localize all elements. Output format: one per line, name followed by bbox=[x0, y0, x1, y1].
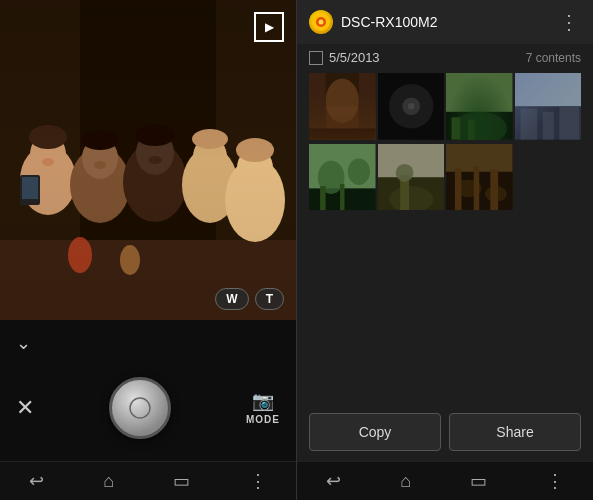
photo-thumbnail-7[interactable] bbox=[446, 144, 513, 211]
photo-thumbnail-1[interactable] bbox=[309, 73, 376, 140]
svg-rect-47 bbox=[515, 73, 582, 140]
svg-rect-43 bbox=[446, 73, 513, 112]
svg-rect-52 bbox=[559, 106, 579, 139]
svg-point-57 bbox=[348, 158, 370, 185]
home-button-right[interactable]: ⌂ bbox=[400, 471, 411, 492]
photo-thumbnail-5[interactable] bbox=[309, 144, 376, 211]
shutter-button[interactable] bbox=[109, 377, 171, 439]
share-button[interactable]: Share bbox=[449, 413, 581, 451]
camera-controls: ⌄ ✕ 📷 MODE bbox=[0, 320, 296, 461]
date-label: 5/5/2013 bbox=[329, 50, 380, 65]
recents-button-left[interactable]: ▭ bbox=[173, 470, 190, 492]
copy-button[interactable]: Copy bbox=[309, 413, 441, 451]
svg-rect-58 bbox=[320, 186, 326, 210]
svg-rect-48 bbox=[515, 106, 582, 139]
menu-button-left[interactable]: ⋮ bbox=[249, 470, 267, 492]
photo-thumbnail-3[interactable] bbox=[446, 73, 513, 140]
mode-container[interactable]: 📷 MODE bbox=[246, 390, 280, 425]
svg-rect-36 bbox=[309, 128, 376, 139]
shutter-inner-icon bbox=[126, 394, 154, 422]
w-button[interactable]: W bbox=[215, 288, 248, 310]
svg-rect-71 bbox=[455, 168, 462, 210]
svg-point-35 bbox=[326, 79, 359, 123]
left-panel: ▶ W T ⌄ ✕ 📷 MODE ↩ ⌂ ▭ ⋮ bbox=[0, 0, 296, 500]
photo-svg bbox=[0, 0, 296, 320]
svg-point-44 bbox=[452, 112, 507, 140]
svg-rect-33 bbox=[359, 73, 376, 140]
camera-mode-icon: 📷 bbox=[252, 390, 274, 412]
svg-rect-51 bbox=[542, 112, 553, 140]
contents-count: 7 contents bbox=[526, 51, 581, 65]
svg-rect-42 bbox=[446, 112, 513, 140]
main-controls-row: ✕ 📷 MODE bbox=[16, 362, 280, 453]
more-options-icon[interactable]: ⋮ bbox=[559, 10, 581, 34]
viewfinder: ▶ W T bbox=[0, 0, 296, 320]
svg-rect-72 bbox=[474, 166, 480, 210]
tools-icon[interactable]: ✕ bbox=[16, 395, 34, 421]
svg-rect-31 bbox=[309, 73, 376, 140]
photo-grid-row1 bbox=[297, 71, 593, 142]
play-icon: ▶ bbox=[265, 20, 274, 34]
svg-rect-45 bbox=[452, 117, 461, 139]
mode-label: MODE bbox=[246, 414, 280, 425]
back-button-right[interactable]: ↩ bbox=[326, 470, 341, 492]
device-name-label: DSC-RX100M2 bbox=[341, 14, 437, 30]
svg-rect-73 bbox=[490, 169, 498, 210]
date-row: 5/5/2013 7 contents bbox=[297, 44, 593, 71]
spacer bbox=[297, 210, 593, 403]
device-info: DSC-RX100M2 bbox=[309, 10, 437, 34]
right-panel: DSC-RX100M2 ⋮ 5/5/2013 7 contents bbox=[297, 0, 593, 500]
svg-rect-34 bbox=[326, 106, 359, 139]
photo-preview bbox=[0, 0, 296, 320]
t-button[interactable]: T bbox=[255, 288, 284, 310]
date-checkbox[interactable] bbox=[309, 51, 323, 65]
svg-point-27 bbox=[130, 398, 150, 418]
svg-point-40 bbox=[407, 103, 414, 110]
wt-controls: W T bbox=[215, 288, 284, 310]
svg-rect-46 bbox=[468, 120, 475, 140]
svg-point-30 bbox=[319, 20, 324, 25]
svg-rect-32 bbox=[309, 73, 326, 140]
action-buttons: Copy Share bbox=[297, 403, 593, 461]
camera-device-icon bbox=[311, 12, 331, 32]
chevron-row: ⌄ bbox=[16, 328, 280, 362]
bottom-nav-right: ↩ ⌂ ▭ ⋮ bbox=[297, 461, 593, 500]
svg-rect-41 bbox=[446, 73, 513, 140]
date-checkbox-group: 5/5/2013 bbox=[309, 50, 380, 65]
right-header: DSC-RX100M2 ⋮ bbox=[297, 0, 593, 44]
photo-thumbnail-6[interactable] bbox=[378, 144, 445, 211]
device-icon bbox=[309, 10, 333, 34]
menu-button-right[interactable]: ⋮ bbox=[546, 470, 564, 492]
svg-rect-26 bbox=[0, 0, 296, 320]
photo-thumbnail-empty bbox=[515, 144, 582, 211]
play-button[interactable]: ▶ bbox=[254, 12, 284, 42]
svg-rect-59 bbox=[340, 183, 344, 210]
photo-thumbnail-2[interactable] bbox=[378, 73, 445, 140]
svg-rect-50 bbox=[520, 108, 537, 139]
svg-rect-49 bbox=[515, 73, 582, 106]
back-button-left[interactable]: ↩ bbox=[29, 470, 44, 492]
chevron-down-icon[interactable]: ⌄ bbox=[16, 332, 31, 354]
photo-grid-row2 bbox=[297, 144, 593, 211]
svg-point-65 bbox=[395, 163, 413, 181]
recents-button-right[interactable]: ▭ bbox=[470, 470, 487, 492]
photo-thumbnail-4[interactable] bbox=[515, 73, 582, 140]
home-button-left[interactable]: ⌂ bbox=[103, 471, 114, 492]
bottom-nav-left: ↩ ⌂ ▭ ⋮ bbox=[0, 461, 296, 500]
